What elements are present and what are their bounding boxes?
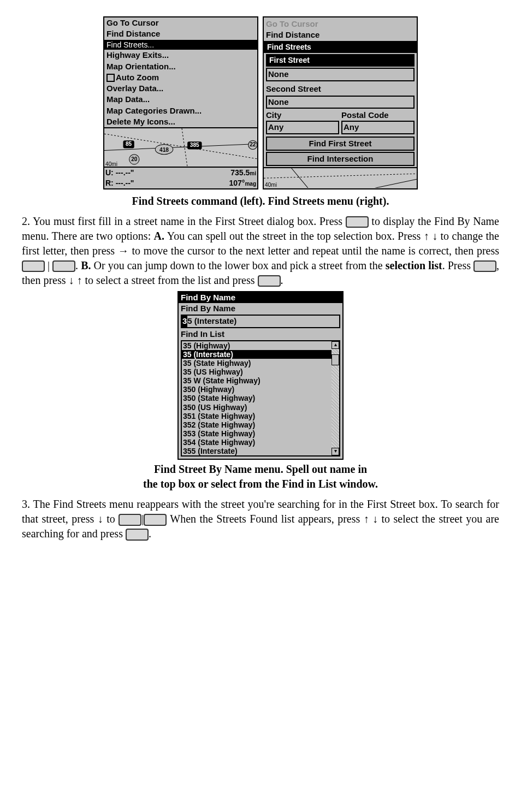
panel-find-by-name: Find By Name Find By Name 35 (Interstate… [177, 291, 344, 460]
heading-value: 107° [229, 179, 245, 187]
svg-line-14 [264, 174, 417, 178]
coord-r: R: ---.--" [105, 178, 134, 188]
label-button [119, 514, 141, 526]
menu-item-auto-zoom[interactable]: Auto Zoom [106, 72, 255, 83]
ent-button [126, 529, 149, 541]
instruction-paragraph-2: 2. You must first fill in a street name … [22, 214, 499, 288]
map-preview-small: 40mi [264, 167, 417, 188]
menu-item[interactable]: Highway Exits... [106, 50, 255, 61]
scroll-thumb[interactable] [331, 354, 339, 365]
svg-text:40mi: 40mi [265, 182, 277, 188]
ent-button [473, 260, 496, 272]
list-item[interactable]: 355 (Interstate) [182, 447, 331, 455]
entry-rest: 5 (Interstate) [187, 316, 236, 327]
menu-item[interactable]: Map Orientation... [106, 61, 255, 72]
list-item[interactable]: 351 (State Highway) [182, 412, 331, 420]
find-first-street-button[interactable]: Find First Street [266, 137, 415, 151]
svg-text:20: 20 [131, 156, 138, 162]
list-item-selected[interactable]: 35 (Interstate) [182, 350, 331, 359]
panel-find-streets: Go To Cursor Find Distance Find Streets … [263, 16, 418, 189]
list-item[interactable]: 353 (State Highway) [182, 429, 331, 438]
list-item[interactable]: 35 W (State Highway) [182, 376, 331, 385]
list-label: Find In List [179, 329, 342, 340]
ent-button [258, 275, 281, 287]
menu-item[interactable]: Map Data... [106, 94, 255, 105]
header-dim2: Find Distance [264, 29, 417, 40]
find-intersection-button[interactable]: Find Intersection [266, 152, 415, 166]
find-in-list[interactable]: 35 (Highway) 35 (Interstate) 35 (State H… [181, 340, 340, 457]
svg-text:418: 418 [159, 147, 169, 153]
header-dim: Go To Cursor [264, 17, 417, 29]
scroll-up-icon[interactable]: ▴ [331, 341, 339, 349]
list-item[interactable]: 354 (State Highway) [182, 438, 331, 447]
instruction-paragraph-3: 3. The Find Streets menu reappears with … [22, 497, 499, 541]
svg-line-15 [292, 168, 308, 188]
scroll-down-icon[interactable]: ▾ [331, 448, 339, 455]
field-postal[interactable]: Any [341, 121, 415, 134]
label-second-street: Second Street [264, 82, 417, 94]
svg-text:22: 22 [250, 142, 256, 148]
subtitle: Find By Name [179, 303, 342, 314]
list-item[interactable]: 350 (Highway) [182, 385, 331, 394]
menu-item[interactable]: Go To Cursor [106, 17, 255, 28]
menu-item[interactable]: Overlay Data... [106, 83, 255, 94]
list-item[interactable]: 350 (US Highway) [182, 403, 331, 412]
ent-button [346, 216, 369, 228]
ent-button [22, 260, 45, 272]
label-first-street: First Street [266, 54, 415, 67]
svg-line-16 [375, 179, 417, 188]
figure-2-caption: Find Street By Name menu. Spell out name… [22, 462, 499, 491]
coordinates-bar: U: ---.--" R: ---.--" 735.5mi 107°mag [104, 167, 257, 188]
name-entry-field[interactable]: 35 (Interstate) [181, 315, 340, 328]
label-postal: Postal Code [341, 110, 415, 121]
distance-value: 735.5 [230, 168, 250, 177]
label-city: City [266, 110, 339, 121]
scrollbar[interactable]: ▴ ▾ [331, 341, 339, 455]
list-item[interactable]: 350 (State Highway) [182, 394, 331, 402]
coord-u: U: ---.--" [105, 168, 134, 178]
list-item[interactable]: 35 (US Highway) [182, 368, 331, 376]
field-city[interactable]: Any [266, 121, 339, 134]
menu-item[interactable]: Find Distance [106, 28, 255, 39]
panel-map-menu: Go To Cursor Find Distance Find Streets.… [103, 16, 258, 189]
list-item[interactable]: 352 (State Highway) [182, 420, 331, 429]
field-second-street[interactable]: None [266, 96, 415, 109]
menu-item[interactable]: Delete My Icons... [106, 116, 255, 127]
figure-1-caption: Find Streets command (left). Find Street… [22, 194, 499, 209]
svg-text:40mi: 40mi [105, 161, 117, 167]
ent-button [144, 514, 167, 526]
menu-item-selected[interactable]: Find Streets... [104, 40, 257, 50]
list-item[interactable]: 35 (Highway) [182, 341, 331, 350]
ent-button [52, 260, 75, 272]
checkbox-icon[interactable] [106, 74, 115, 82]
menu-item[interactable]: Map Categories Drawn... [106, 105, 255, 116]
field-first-street[interactable]: None [266, 68, 415, 81]
svg-text:385: 385 [190, 143, 199, 149]
menu-item-label: Auto Zoom [116, 72, 159, 83]
figure-1-row: Go To Cursor Find Distance Find Streets.… [22, 16, 499, 189]
map-preview: 85 418 385 22 20 40mi [104, 127, 257, 167]
menu-list: Go To Cursor Find Distance [104, 17, 257, 40]
panel-title: Find Streets [264, 41, 417, 54]
list-item[interactable]: 35 (State Highway) [182, 359, 331, 368]
panel-title: Find By Name [179, 292, 342, 303]
entry-cursor-char: 3 [182, 316, 187, 327]
svg-text:85: 85 [126, 141, 132, 147]
